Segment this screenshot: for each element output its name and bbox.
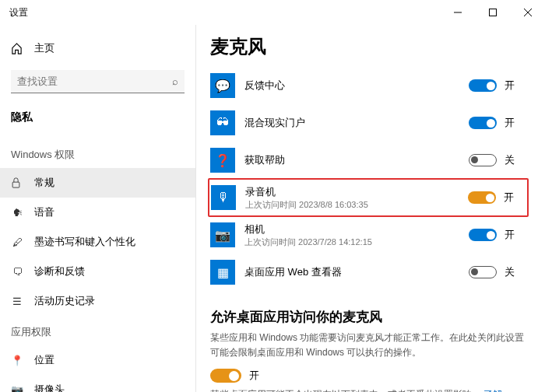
app-toggle[interactable]	[469, 117, 497, 129]
nav-speech[interactable]: 🗣语音	[0, 198, 195, 227]
app-row: ▦桌面应用 Web 查看器关	[210, 254, 526, 291]
feedback-icon: 🗨	[11, 266, 23, 278]
desktop-desc: 某些应用和 Windows 功能需要访问麦克风才能正常工作。在此处关闭此设置可能…	[210, 331, 526, 359]
app-name: 录音机	[245, 185, 468, 199]
app-name: 桌面应用 Web 查看器	[244, 265, 469, 279]
app-name: 反馈中心	[244, 79, 469, 93]
search-box[interactable]: ⌕	[11, 70, 185, 93]
nav-location[interactable]: 📍位置	[0, 345, 195, 375]
group-windows-perm: Windows 权限	[0, 138, 195, 168]
app-name: 相机	[244, 222, 469, 236]
window-title: 设置	[0, 6, 28, 19]
app-row: ❓获取帮助关	[210, 142, 526, 179]
desktop-note: 某些桌面应用可能不会出现在以下列表中，或者不受此设置影响。 了解 原因	[210, 387, 526, 392]
app-subtext: 上次访问时间 2023/8/8 16:03:35	[245, 199, 468, 211]
app-icon: 🎙	[211, 185, 236, 210]
nav-diagnostics[interactable]: 🗨诊断和反馈	[0, 257, 195, 286]
app-name: 获取帮助	[244, 153, 469, 167]
app-icon: 📷	[210, 222, 235, 247]
desktop-toggle-state: 开	[249, 369, 259, 383]
search-input[interactable]	[17, 75, 172, 87]
toggle-state: 开	[504, 191, 514, 205]
app-toggle[interactable]	[469, 154, 497, 166]
app-toggle[interactable]	[469, 266, 497, 278]
location-icon: 📍	[11, 355, 23, 366]
nav-camera[interactable]: 📷摄像头	[0, 375, 195, 392]
app-toggle[interactable]	[469, 79, 497, 92]
toggle-state: 关	[505, 153, 515, 167]
desktop-mic-toggle[interactable]	[210, 369, 241, 383]
sidebar: 主页 ⌕ 隐私 Windows 权限 常规 🗣语音 🖊墨迹书写和键入个性化 🗨诊…	[0, 25, 196, 392]
history-icon: ☰	[11, 296, 23, 307]
app-icon: ▦	[210, 260, 235, 285]
toggle-state: 开	[505, 228, 515, 242]
titlebar: 设置	[0, 0, 545, 25]
desktop-heading: 允许桌面应用访问你的麦克风	[210, 308, 526, 326]
toggle-state: 关	[505, 265, 515, 279]
nav-activity-history[interactable]: ☰活动历史记录	[0, 286, 195, 316]
app-name: 混合现实门户	[244, 116, 469, 130]
app-toggle[interactable]	[468, 191, 496, 204]
nav-general[interactable]: 常规	[0, 168, 195, 198]
page-title: 麦克风	[210, 34, 526, 59]
content-pane: 麦克风 💬反馈中心开🕶混合现实门户开❓获取帮助关🎙录音机上次访问时间 2023/…	[196, 25, 545, 392]
search-icon: ⌕	[172, 75, 178, 87]
learn-more-link[interactable]: 了解	[483, 389, 502, 392]
home-nav[interactable]: 主页	[0, 34, 195, 62]
group-app-perm: 应用权限	[0, 316, 195, 345]
minimize-button[interactable]	[440, 0, 475, 25]
home-icon	[11, 43, 23, 54]
app-row: 🎙录音机上次访问时间 2023/8/8 16:03:35开	[208, 178, 529, 217]
app-subtext: 上次访问时间 2023/7/28 14:12:15	[244, 236, 469, 248]
close-button[interactable]	[510, 0, 545, 25]
speech-icon: 🗣	[11, 207, 23, 219]
inking-icon: 🖊	[11, 236, 23, 248]
toggle-state: 开	[505, 79, 515, 93]
svg-rect-4	[12, 182, 19, 187]
app-toggle[interactable]	[469, 229, 497, 241]
nav-inking[interactable]: 🖊墨迹书写和键入个性化	[0, 227, 195, 257]
section-title: 隐私	[0, 106, 195, 138]
svg-rect-1	[489, 9, 496, 16]
camera-icon: 📷	[11, 384, 23, 393]
app-row: 💬反馈中心开	[210, 67, 526, 104]
home-label: 主页	[34, 41, 54, 55]
app-icon: 🕶	[210, 110, 235, 135]
toggle-state: 开	[505, 116, 515, 130]
app-icon: ❓	[210, 148, 235, 173]
lock-icon	[11, 177, 23, 188]
app-row: 📷相机上次访问时间 2023/7/28 14:12:15开	[210, 216, 526, 254]
app-row: 🕶混合现实门户开	[210, 104, 526, 142]
app-icon: 💬	[210, 73, 235, 98]
maximize-button[interactable]	[475, 0, 510, 25]
